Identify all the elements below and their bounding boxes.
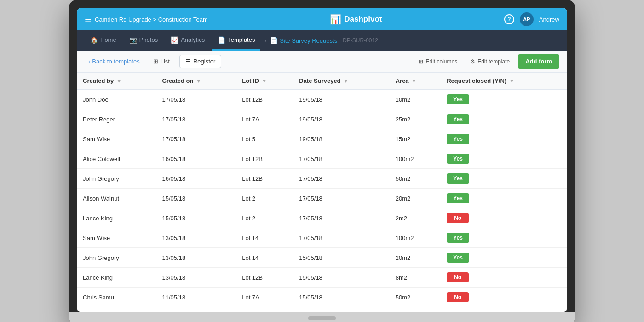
- table-cell-closed: Yes: [441, 228, 567, 248]
- table-cell: Alice Coldwell: [77, 149, 157, 169]
- table-cell: Lot 5: [236, 129, 293, 149]
- table-cell: Sam Wise: [77, 129, 157, 149]
- table-cell: 17/05/18: [157, 109, 237, 129]
- nav-item-photos[interactable]: 📷 Photos: [124, 30, 163, 51]
- register-label: Register: [193, 58, 215, 65]
- table-cell: 11/05/18: [157, 307, 237, 312]
- table-cell: Leah James: [77, 307, 157, 312]
- table-cell: 20m2: [390, 189, 441, 208]
- table-cell: 17/05/18: [157, 129, 237, 149]
- list-label: List: [161, 58, 170, 65]
- table-container: Created by ▼ Created on ▼: [77, 73, 567, 312]
- table-row[interactable]: Alice Coldwell16/05/18Lot 12B17/05/18100…: [77, 149, 567, 169]
- table-cell: 19/05/18: [293, 109, 390, 129]
- nav-item-home[interactable]: 🏠 Home: [85, 30, 122, 51]
- table-cell: Lance King: [77, 268, 157, 288]
- table-cell: Peter Reger: [77, 109, 157, 129]
- table-cell: 15/05/18: [157, 189, 237, 208]
- table-cell: 11/05/18: [157, 288, 237, 307]
- table-cell-closed: Yes: [441, 248, 567, 268]
- table-row[interactable]: John Gregory13/05/18Lot 1415/05/1820m2Ye…: [77, 248, 567, 268]
- closed-badge: Yes: [447, 154, 469, 164]
- filter-area-icon[interactable]: ▼: [412, 78, 417, 84]
- table-row[interactable]: Sam Wise17/05/18Lot 519/05/1815m2Yes: [77, 129, 567, 149]
- toolbar-right: ⊞ Edit columns ⚙ Edit template Add form: [414, 54, 559, 69]
- laptop-frame: ☰ Camden Rd Upgrade > Construction Team …: [69, 0, 575, 322]
- app-name: Dashpivot: [344, 15, 382, 24]
- nav-item-analytics[interactable]: 📈 Analytics: [165, 30, 210, 51]
- edit-columns-button[interactable]: ⊞ Edit columns: [414, 56, 462, 68]
- table-cell-closed: Yes: [441, 109, 567, 129]
- table-row[interactable]: John Gregory16/05/18Lot 12B17/05/1850m2Y…: [77, 169, 567, 189]
- col-date-surveyed: Date Surveyed ▼: [293, 73, 390, 89]
- closed-badge: No: [447, 213, 469, 223]
- edit-template-button[interactable]: ⚙ Edit template: [466, 56, 514, 68]
- closed-badge: No: [447, 292, 469, 302]
- filter-request-closed-icon[interactable]: ▼: [509, 78, 514, 84]
- table-cell: 17/05/18: [293, 189, 390, 208]
- nav-label-analytics: Analytics: [181, 36, 205, 43]
- filter-date-surveyed-icon[interactable]: ▼: [344, 78, 349, 84]
- project-breadcrumb: Camden Rd Upgrade > Construction Team: [95, 16, 208, 23]
- table-cell-closed: Yes: [441, 149, 567, 169]
- back-to-templates-button[interactable]: ‹ Back to templates: [85, 55, 144, 68]
- filter-lot-id-icon[interactable]: ▼: [262, 78, 267, 84]
- table-cell: 15/05/18: [293, 268, 390, 288]
- table-cell-closed: Yes: [441, 169, 567, 189]
- list-view-button[interactable]: ⊞ List: [147, 55, 176, 68]
- table-row[interactable]: Lance King13/05/18Lot 12B15/05/188m2No: [77, 268, 567, 288]
- closed-badge: Yes: [447, 193, 469, 203]
- table-cell: 10m2: [390, 89, 441, 109]
- table-cell: John Doe: [77, 89, 157, 109]
- home-icon: 🏠: [90, 36, 98, 44]
- hamburger-icon[interactable]: ☰: [85, 15, 91, 24]
- col-request-closed: Request closed (Y/N) ▼: [441, 73, 567, 89]
- table-cell: Lot 7A: [236, 288, 293, 307]
- table-row[interactable]: Chris Samu11/05/18Lot 7A15/05/1850m2No: [77, 288, 567, 307]
- table-cell: 100m2: [390, 149, 441, 169]
- table-cell: 19/05/18: [293, 89, 390, 109]
- nav-item-templates[interactable]: 📄 Templates: [212, 30, 260, 51]
- photos-icon: 📷: [129, 36, 137, 44]
- table-cell: 17/05/18: [293, 169, 390, 189]
- add-form-button[interactable]: Add form: [518, 54, 559, 69]
- filter-created-on-icon[interactable]: ▼: [196, 78, 201, 84]
- table-cell: 2m2: [390, 208, 441, 228]
- filter-created-by-icon[interactable]: ▼: [116, 78, 121, 84]
- table-cell: 17/05/18: [293, 228, 390, 248]
- table-cell-closed: No: [441, 268, 567, 288]
- table-cell: 15/05/18: [293, 307, 390, 312]
- table-cell: 15/05/18: [293, 288, 390, 307]
- table-cell: Lot 12B: [236, 169, 293, 189]
- table-row[interactable]: John Doe17/05/18Lot 12B19/05/1810m2Yes: [77, 89, 567, 109]
- table-cell: 100m2: [390, 228, 441, 248]
- closed-badge: Yes: [447, 114, 469, 124]
- table-row[interactable]: Alison Walnut15/05/18Lot 217/05/1820m2Ye…: [77, 189, 567, 208]
- bar-chart-icon: 📊: [330, 14, 341, 25]
- register-view-button[interactable]: ☰ Register: [179, 55, 221, 68]
- table-cell: John Gregory: [77, 169, 157, 189]
- back-arrow-icon: ‹: [88, 58, 90, 65]
- nav-separator: ›: [264, 37, 266, 44]
- breadcrumb-label: Site Survey Requests: [280, 37, 337, 44]
- data-table: Created by ▼ Created on ▼: [77, 73, 567, 312]
- table-row[interactable]: Sam Wise13/05/18Lot 1417/05/18100m2Yes: [77, 228, 567, 248]
- breadcrumb-id: DP-SUR-0012: [343, 37, 378, 44]
- table-row[interactable]: Lance King15/05/18Lot 217/05/182m2No: [77, 208, 567, 228]
- help-icon[interactable]: ?: [504, 14, 514, 24]
- table-cell: 50m2: [390, 169, 441, 189]
- table-cell: 15m2: [390, 129, 441, 149]
- table-cell: Lot 2: [236, 208, 293, 228]
- table-cell: 50m2: [390, 307, 441, 312]
- table-cell: 15/05/18: [293, 248, 390, 268]
- nav-label-templates: Templates: [228, 36, 255, 43]
- col-created-by: Created by ▼: [77, 73, 157, 89]
- col-lot-id: Lot ID ▼: [236, 73, 293, 89]
- toolbar: ‹ Back to templates ⊞ List ☰ Register ⊞ …: [77, 51, 567, 73]
- table-cell: 19/05/18: [293, 129, 390, 149]
- table-row[interactable]: Peter Reger17/05/18Lot 7A19/05/1825m2Yes: [77, 109, 567, 129]
- table-cell-closed: Yes: [441, 89, 567, 109]
- table-row[interactable]: Leah James11/05/18Lot 7B15/05/1850m2Yes: [77, 307, 567, 312]
- nav-breadcrumb: 📄 Site Survey Requests DP-SUR-0012: [270, 37, 378, 44]
- closed-badge: Yes: [447, 253, 469, 263]
